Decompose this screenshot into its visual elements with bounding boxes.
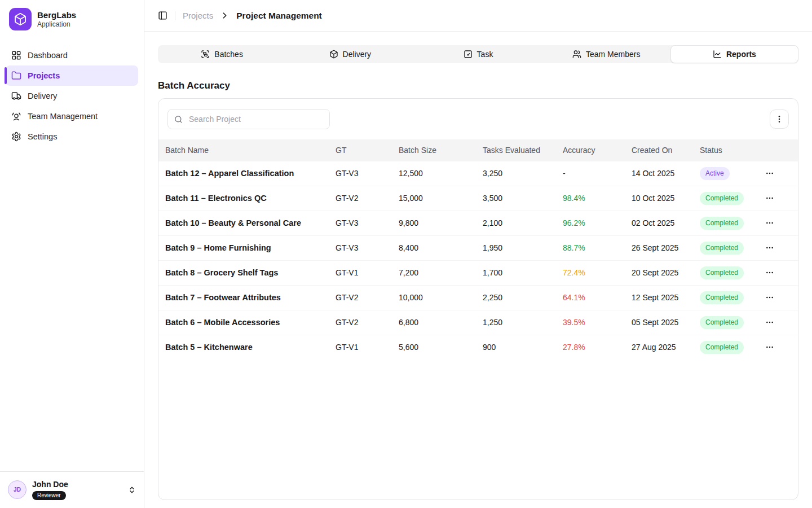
column-header-actions	[756, 139, 798, 161]
column-header-tasks-evaluated: Tasks Evaluated	[476, 139, 556, 161]
cell-batch-name: Batch 5 – Kitchenware	[158, 335, 329, 360]
cell-created-on: 27 Aug 2025	[625, 335, 693, 360]
cell-gt: GT-V3	[329, 235, 392, 260]
column-header-created-on: Created On	[625, 139, 693, 161]
ellipsis-icon	[765, 243, 774, 252]
cell-status: Completed	[693, 186, 756, 211]
cell-status: Completed	[693, 235, 756, 260]
search-input[interactable]	[188, 114, 323, 124]
cell-batch-size: 5,600	[392, 335, 476, 360]
ellipsis-icon	[765, 218, 774, 227]
breadcrumb-parent[interactable]: Projects	[183, 11, 213, 20]
status-badge: Completed	[700, 192, 744, 205]
cell-created-on: 02 Oct 2025	[625, 211, 693, 235]
group-icon	[201, 50, 210, 59]
tab-task[interactable]: Task	[414, 45, 542, 63]
cell-batch-size: 6,800	[392, 310, 476, 335]
divider	[175, 11, 175, 20]
column-header-status: Status	[693, 139, 756, 161]
cell-actions	[756, 211, 798, 235]
cell-status: Completed	[693, 260, 756, 285]
section-title: Batch Accuracy	[158, 80, 798, 91]
cell-gt: GT-V2	[329, 186, 392, 211]
table-row: Batch 12 – Apparel Classification GT-V3 …	[158, 161, 798, 186]
folder-icon	[11, 71, 21, 81]
sidebar-item-delivery[interactable]: Delivery	[6, 86, 138, 106]
table-row: Batch 10 – Beauty & Personal Care GT-V3 …	[158, 211, 798, 235]
batch-accuracy-card: Batch Name GT Batch Size Tasks Evaluated…	[158, 98, 798, 500]
card-options-button[interactable]	[770, 110, 789, 129]
topbar: Projects Project Management	[144, 0, 812, 32]
table-body: Batch 12 – Apparel Classification GT-V3 …	[158, 161, 798, 360]
sidebar-toggle-icon[interactable]	[158, 11, 167, 20]
sidebar-item-projects[interactable]: Projects	[6, 65, 138, 86]
chevrons-up-down-icon[interactable]	[128, 486, 136, 494]
cell-status: Completed	[693, 211, 756, 235]
row-menu-button[interactable]	[763, 191, 776, 205]
breadcrumb-current: Project Management	[236, 11, 322, 21]
sidebar-item-label: Projects	[28, 71, 60, 80]
status-badge: Completed	[700, 341, 744, 354]
search-icon	[174, 115, 183, 124]
row-menu-button[interactable]	[763, 291, 776, 304]
status-badge: Completed	[700, 217, 744, 230]
user-name: John Doe	[32, 480, 68, 490]
cell-tasks-evaluated: 3,250	[476, 161, 556, 186]
cell-actions	[756, 186, 798, 211]
user-role-badge: Reviewer	[32, 491, 66, 500]
cell-accuracy: 98.4%	[556, 186, 625, 211]
main-area: Projects Project Management Batches Deli…	[144, 0, 812, 508]
cell-status: Completed	[693, 285, 756, 310]
user-menu[interactable]: JD John Doe Reviewer	[0, 471, 144, 508]
cell-actions	[756, 161, 798, 186]
cell-tasks-evaluated: 1,950	[476, 235, 556, 260]
sidebar-item-dashboard[interactable]: Dashboard	[6, 45, 138, 65]
tab-delivery[interactable]: Delivery	[286, 45, 414, 63]
cell-batch-name: Batch 7 – Footwear Attributes	[158, 285, 329, 310]
cell-tasks-evaluated: 2,250	[476, 285, 556, 310]
chevron-right-icon	[220, 11, 230, 20]
page-content: Batches Delivery Task Team Members	[144, 32, 812, 508]
cell-gt: GT-V2	[329, 285, 392, 310]
ellipsis-icon	[765, 318, 774, 327]
cell-gt: GT-V3	[329, 211, 392, 235]
row-menu-button[interactable]	[763, 266, 776, 279]
tab-batches[interactable]: Batches	[158, 45, 286, 63]
tab-team-members[interactable]: Team Members	[542, 45, 670, 63]
ellipsis-icon	[765, 194, 774, 203]
table-row: Batch 9 – Home Furnishing GT-V3 8,400 1,…	[158, 235, 798, 260]
row-menu-button[interactable]	[763, 340, 776, 354]
column-header-batch-size: Batch Size	[392, 139, 476, 161]
ellipsis-icon	[765, 293, 774, 302]
cell-tasks-evaluated: 1,250	[476, 310, 556, 335]
column-header-gt: GT	[329, 139, 392, 161]
cell-batch-size: 15,000	[392, 186, 476, 211]
sidebar-item-settings[interactable]: Settings	[6, 126, 138, 147]
users-icon	[572, 50, 581, 59]
column-header-batch-name: Batch Name	[158, 139, 329, 161]
gear-icon	[11, 132, 21, 142]
cell-tasks-evaluated: 1,700	[476, 260, 556, 285]
brand-logo	[9, 8, 32, 30]
box-icon	[14, 12, 27, 26]
sidebar-item-team-management[interactable]: Team Management	[6, 106, 138, 126]
cell-batch-size: 7,200	[392, 260, 476, 285]
cell-batch-name: Batch 10 – Beauty & Personal Care	[158, 211, 329, 235]
avatar: JD	[8, 480, 27, 499]
tab-label: Reports	[726, 50, 756, 59]
row-menu-button[interactable]	[763, 216, 776, 230]
cell-batch-name: Batch 9 – Home Furnishing	[158, 235, 329, 260]
cell-gt: GT-V1	[329, 335, 392, 360]
cell-status: Completed	[693, 310, 756, 335]
tab-reports[interactable]: Reports	[670, 45, 798, 63]
cell-created-on: 12 Sept 2025	[625, 285, 693, 310]
row-menu-button[interactable]	[763, 316, 776, 329]
cell-tasks-evaluated: 900	[476, 335, 556, 360]
sidebar-item-label: Delivery	[28, 91, 57, 100]
ellipsis-icon	[765, 268, 774, 277]
status-badge: Completed	[700, 242, 744, 255]
status-badge: Completed	[700, 291, 744, 304]
row-menu-button[interactable]	[763, 241, 776, 255]
row-menu-button[interactable]	[763, 167, 776, 180]
cell-actions	[756, 310, 798, 335]
